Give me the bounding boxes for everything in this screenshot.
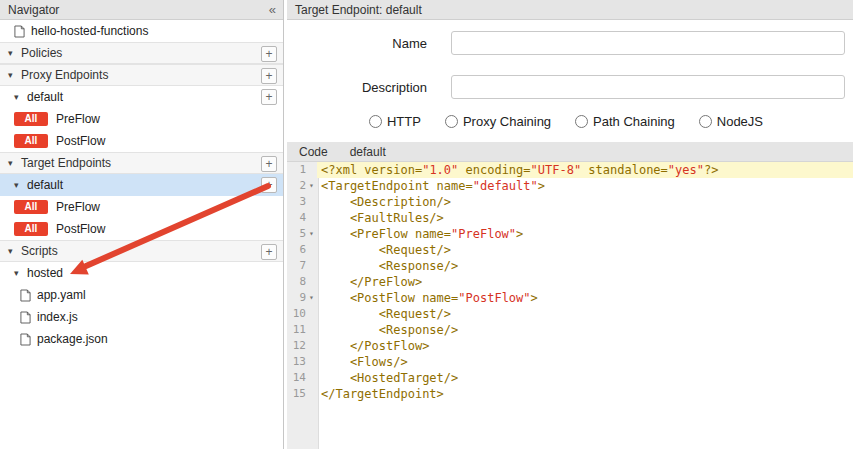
chevron-down-icon: ▾ [14, 180, 27, 190]
code-text: <Flows/> [317, 354, 853, 370]
script-file-app-yaml[interactable]: app.yaml [0, 284, 283, 306]
navigator-title: Navigator [8, 3, 59, 17]
code-line[interactable]: 12 </PostFlow> [287, 338, 853, 354]
fold-gutter-spacer [306, 162, 317, 178]
add-policy-button[interactable]: + [261, 46, 277, 62]
proxy-preflow-item[interactable]: All PreFlow [0, 108, 283, 130]
add-proxy-flow-button[interactable]: + [261, 89, 277, 105]
section-target-endpoints[interactable]: ▾ Target Endpoints + [0, 152, 283, 174]
fold-toggle-icon[interactable]: ▾ [306, 290, 317, 306]
code-line[interactable]: 5▾ <PreFlow name="PreFlow"> [287, 226, 853, 242]
fold-gutter-spacer [306, 338, 317, 354]
description-input[interactable] [451, 75, 845, 99]
section-proxy-endpoints-label: Proxy Endpoints [21, 68, 108, 82]
code-line[interactable]: 2▾<TargetEndpoint name="default"> [287, 178, 853, 194]
radio-nodejs[interactable]: NodeJS [699, 114, 763, 129]
code-line[interactable]: 6 <Request/> [287, 242, 853, 258]
collapse-panel-icon[interactable]: « [269, 2, 275, 17]
fold-toggle-icon[interactable]: ▾ [306, 226, 317, 242]
fold-toggle-icon[interactable]: ▾ [306, 178, 317, 194]
flow-label: PreFlow [56, 112, 100, 126]
code-text: </PostFlow> [317, 338, 853, 354]
section-scripts[interactable]: ▾ Scripts + [0, 240, 283, 262]
chevron-down-icon: ▾ [8, 158, 21, 168]
folder-label: hosted [27, 266, 63, 280]
code-text: <Request/> [317, 242, 853, 258]
radio-nodejs-input[interactable] [699, 115, 712, 128]
code-line[interactable]: 8 </PreFlow> [287, 274, 853, 290]
code-text: <Description/> [317, 194, 853, 210]
code-tabbar: Code default [287, 142, 853, 162]
fold-gutter-spacer [306, 386, 317, 402]
file-icon [20, 333, 31, 346]
code-lines: 1<?xml version="1.0" encoding="UTF-8" st… [287, 162, 853, 402]
code-line[interactable]: 3 <Description/> [287, 194, 853, 210]
code-line[interactable]: 10 <Request/> [287, 306, 853, 322]
file-icon [20, 289, 31, 302]
section-target-endpoints-label: Target Endpoints [21, 156, 111, 170]
radio-path-chaining-input[interactable] [575, 115, 588, 128]
add-proxy-endpoint-button[interactable]: + [261, 68, 277, 84]
radio-proxy-chaining[interactable]: Proxy Chaining [445, 114, 551, 129]
code-line[interactable]: 13 <Flows/> [287, 354, 853, 370]
editor-panel: Target Endpoint: default Name Descriptio… [287, 0, 853, 449]
fold-gutter-spacer [306, 258, 317, 274]
proxy-endpoint-default[interactable]: ▾ default + [0, 86, 283, 108]
target-preflow-item[interactable]: All PreFlow [0, 196, 283, 218]
section-proxy-endpoints[interactable]: ▾ Proxy Endpoints + [0, 64, 283, 86]
radio-http-label: HTTP [387, 114, 421, 129]
add-target-flow-button[interactable]: + [261, 177, 277, 193]
code-line[interactable]: 11 <Response/> [287, 322, 853, 338]
fold-gutter-spacer [306, 370, 317, 386]
code-line[interactable]: 9▾ <PostFlow name="PostFlow"> [287, 290, 853, 306]
radio-proxy-chaining-input[interactable] [445, 115, 458, 128]
radio-path-chaining[interactable]: Path Chaining [575, 114, 675, 129]
add-target-endpoint-button[interactable]: + [261, 156, 277, 172]
code-editor[interactable]: 1<?xml version="1.0" encoding="UTF-8" st… [287, 162, 853, 449]
section-policies-label: Policies [21, 46, 62, 60]
scripts-folder-hosted[interactable]: ▾ hosted [0, 262, 283, 284]
script-file-package-json[interactable]: package.json [0, 328, 283, 350]
code-line[interactable]: 7 <Response/> [287, 258, 853, 274]
radio-proxy-chaining-label: Proxy Chaining [463, 114, 551, 129]
target-postflow-item[interactable]: All PostFlow [0, 218, 283, 240]
code-tab-default[interactable]: default [350, 145, 386, 159]
code-line[interactable]: 4 <FaultRules/> [287, 210, 853, 226]
endpoint-type-options: HTTP Proxy Chaining Path Chaining NodeJS [287, 112, 845, 130]
line-number: 13 [287, 354, 306, 370]
radio-path-chaining-label: Path Chaining [593, 114, 675, 129]
radio-http-input[interactable] [369, 115, 382, 128]
navigator-header: Navigator « [0, 0, 283, 20]
code-text: <PreFlow name="PreFlow"> [317, 226, 853, 242]
script-file-index-js[interactable]: index.js [0, 306, 283, 328]
code-text: </PreFlow> [317, 274, 853, 290]
code-line[interactable]: 1<?xml version="1.0" encoding="UTF-8" st… [287, 162, 853, 178]
code-line[interactable]: 15</TargetEndpoint> [287, 386, 853, 402]
flow-label: PreFlow [56, 200, 100, 214]
name-label: Name [287, 36, 427, 51]
chevron-down-icon: ▾ [8, 246, 21, 256]
navigator-item-project[interactable]: hello-hosted-functions [0, 20, 283, 42]
flow-label: PostFlow [56, 222, 105, 236]
code-line[interactable]: 14 <HostedTarget/> [287, 370, 853, 386]
section-policies[interactable]: ▾ Policies + [0, 42, 283, 64]
flow-condition-badge: All [14, 200, 48, 214]
description-label: Description [287, 80, 427, 95]
app-window: Navigator « hello-hosted-functions ▾ Pol… [0, 0, 853, 449]
line-number: 7 [287, 258, 306, 274]
code-text: <?xml version="1.0" encoding="UTF-8" sta… [317, 162, 853, 178]
target-endpoint-default-selected[interactable]: ▾ default + [0, 174, 283, 196]
add-script-button[interactable]: + [261, 244, 277, 260]
name-input[interactable] [451, 31, 845, 55]
line-number: 4 [287, 210, 306, 226]
line-number: 5 [287, 226, 306, 242]
navigator-panel: Navigator « hello-hosted-functions ▾ Pol… [0, 0, 284, 449]
line-number: 3 [287, 194, 306, 210]
fold-gutter-spacer [306, 322, 317, 338]
line-number: 6 [287, 242, 306, 258]
radio-nodejs-label: NodeJS [717, 114, 763, 129]
flow-condition-badge: All [14, 134, 48, 148]
radio-http[interactable]: HTTP [369, 114, 421, 129]
proxy-postflow-item[interactable]: All PostFlow [0, 130, 283, 152]
chevron-down-icon: ▾ [8, 48, 21, 58]
